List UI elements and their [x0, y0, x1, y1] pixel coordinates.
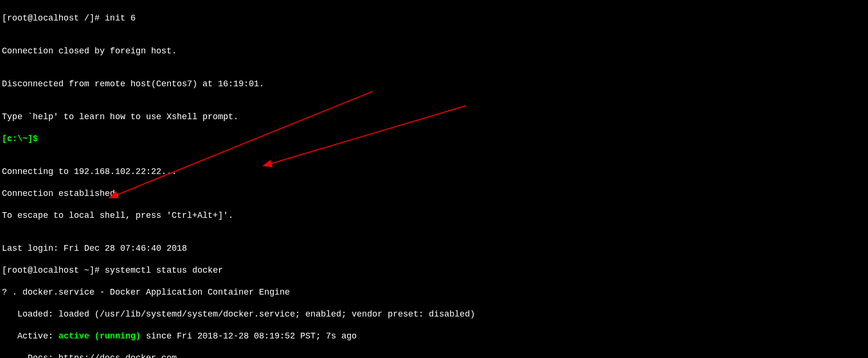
- terminal-line: Connection established.: [2, 188, 866, 199]
- active-label: Active:: [2, 331, 59, 341]
- terminal-line: ? . docker.service - Docker Application …: [2, 287, 866, 298]
- terminal-output[interactable]: [root@localhost /]# init 6 Connection cl…: [0, 0, 868, 358]
- prompt-text: [c:\~]$: [2, 134, 43, 143]
- command-text: systemctl status docker: [105, 266, 223, 275]
- terminal-line: Loaded: loaded (/usr/lib/systemd/system/…: [2, 309, 866, 320]
- active-running-status: active (running): [59, 331, 141, 341]
- terminal-line: To escape to local shell, press 'Ctrl+Al…: [2, 210, 866, 221]
- terminal-line: Connecting to 192.168.102.22:22...: [2, 166, 866, 177]
- arrow-to-active-status: [110, 92, 372, 198]
- terminal-line: Last login: Fri Dec 28 07:46:40 2018: [2, 243, 866, 254]
- shell-prompt: [root@localhost ~]#: [2, 266, 105, 275]
- terminal-line: Type `help' to learn how to use Xshell p…: [2, 112, 866, 123]
- xshell-prompt: [c:\~]$: [2, 133, 866, 144]
- active-since: since Fri 2018-12-28 08:19:52 PST; 7s ag…: [141, 331, 357, 341]
- terminal-line: Docs: https://docs.docker.com: [2, 353, 866, 358]
- terminal-line: [root@localhost /]# init 6: [2, 13, 866, 24]
- command-line: [root@localhost ~]# systemctl status doc…: [2, 265, 866, 276]
- terminal-line: Connection closed by foreign host.: [2, 46, 866, 57]
- terminal-line: Disconnected from remote host(Centos7) a…: [2, 79, 866, 90]
- active-status-line: Active: active (running) since Fri 2018-…: [2, 331, 866, 342]
